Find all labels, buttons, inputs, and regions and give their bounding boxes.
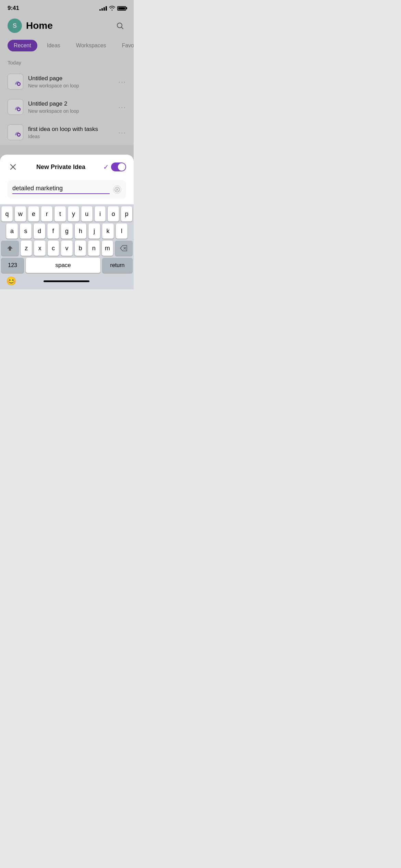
backspace-icon	[120, 245, 127, 251]
list-item[interactable]: Untitled page 2 New workspace on loop ··…	[0, 94, 134, 120]
item-icon-2	[8, 99, 23, 115]
tab-ideas[interactable]: Ideas	[41, 40, 66, 51]
key-e[interactable]: e	[28, 206, 39, 221]
keyboard: q w e r t y u i o p a s d f g h j k l	[0, 204, 134, 289]
list-item[interactable]: Untitled page New workspace on loop ···	[0, 69, 134, 94]
list-item[interactable]: first idea on loop with tasks Ideas ···	[0, 120, 134, 145]
key-t[interactable]: t	[54, 206, 66, 221]
keyboard-row-2: a s d f g h j k l	[0, 221, 134, 239]
key-g[interactable]: g	[61, 224, 73, 239]
key-num[interactable]: 123	[1, 258, 24, 273]
modal-close-button[interactable]	[8, 161, 19, 172]
key-m[interactable]: m	[102, 241, 113, 256]
avatar[interactable]: S	[8, 19, 22, 33]
key-x[interactable]: x	[34, 241, 45, 256]
tabs-bar: Recent Ideas Workspaces Favourites	[0, 37, 134, 56]
key-s[interactable]: s	[20, 224, 32, 239]
signal-icon	[99, 6, 107, 11]
key-return[interactable]: return	[102, 258, 132, 273]
key-i[interactable]: i	[95, 206, 106, 221]
tab-workspaces[interactable]: Workspaces	[70, 40, 112, 51]
key-n[interactable]: n	[88, 241, 99, 256]
wifi-icon	[109, 6, 115, 11]
item-subtitle-3: Ideas	[28, 134, 113, 139]
checkmark-icon: ✓	[103, 163, 109, 171]
item-icon-1	[8, 74, 23, 89]
loop-logo-icon	[14, 80, 22, 88]
key-o[interactable]: o	[108, 206, 119, 221]
key-a[interactable]: a	[6, 224, 18, 239]
status-icons	[99, 6, 126, 11]
keyboard-row-bottom: 123 space return	[0, 256, 134, 274]
close-icon	[10, 164, 16, 170]
key-f[interactable]: f	[47, 224, 59, 239]
clear-icon	[114, 187, 120, 192]
key-v[interactable]: v	[61, 241, 72, 256]
page-title: Home	[26, 20, 53, 31]
keyboard-emoji-row: 😊	[0, 274, 134, 289]
key-z[interactable]: z	[21, 241, 32, 256]
toggle-knob	[118, 163, 125, 171]
search-button[interactable]	[114, 20, 126, 32]
key-q[interactable]: q	[1, 206, 13, 221]
search-icon	[116, 22, 124, 30]
loop-logo-icon	[14, 131, 22, 138]
battery-icon	[117, 6, 126, 11]
tab-recent[interactable]: Recent	[8, 40, 37, 51]
header: S Home	[0, 14, 134, 37]
idea-name-input[interactable]	[12, 185, 110, 194]
key-l[interactable]: l	[116, 224, 127, 239]
section-today: Today	[0, 58, 134, 69]
modal-title: New Private Idea	[36, 164, 85, 171]
key-w[interactable]: w	[15, 206, 26, 221]
item-more-3[interactable]: ···	[118, 129, 126, 136]
home-indicator	[44, 280, 89, 282]
key-b[interactable]: b	[75, 241, 86, 256]
status-time: 9:41	[8, 5, 19, 12]
key-r[interactable]: r	[41, 206, 52, 221]
key-c[interactable]: c	[48, 241, 59, 256]
list-area: Today Untitled page New workspace on loo…	[0, 56, 134, 145]
key-shift[interactable]	[1, 241, 19, 256]
key-d[interactable]: d	[34, 224, 45, 239]
key-p[interactable]: p	[121, 206, 132, 221]
item-subtitle-2: New workspace on loop	[28, 108, 113, 114]
item-more-2[interactable]: ···	[118, 103, 126, 111]
svg-line-1	[122, 27, 123, 29]
shift-icon	[7, 245, 13, 252]
app-area: S Home Recent Ideas Workspaces Favourite…	[0, 14, 134, 145]
status-bar: 9:41	[0, 0, 134, 14]
input-area	[8, 180, 126, 199]
key-k[interactable]: k	[102, 224, 114, 239]
modal-toggle-area[interactable]: ✓	[103, 162, 126, 171]
key-j[interactable]: j	[88, 224, 100, 239]
key-y[interactable]: y	[68, 206, 79, 221]
emoji-button[interactable]: 😊	[6, 276, 16, 286]
modal-header: New Private Idea ✓	[0, 155, 134, 177]
key-space[interactable]: space	[26, 258, 100, 273]
toggle-switch[interactable]	[111, 162, 126, 171]
key-backspace[interactable]	[115, 241, 132, 256]
loop-logo-icon	[14, 106, 22, 113]
keyboard-row-3: z x c v b n m	[0, 239, 134, 256]
key-u[interactable]: u	[81, 206, 93, 221]
keyboard-row-1: q w e r t y u i o p	[0, 204, 134, 221]
item-icon-3	[8, 124, 23, 140]
tab-favourites[interactable]: Favourites	[116, 40, 134, 51]
item-title-3: first idea on loop with tasks	[28, 126, 113, 133]
key-h[interactable]: h	[75, 224, 86, 239]
item-title-1: Untitled page	[28, 75, 113, 82]
clear-input-button[interactable]	[113, 185, 121, 194]
item-subtitle-1: New workspace on loop	[28, 83, 113, 88]
item-title-2: Untitled page 2	[28, 100, 113, 107]
item-more-1[interactable]: ···	[118, 78, 126, 86]
modal-sheet: New Private Idea ✓ q w e r t y u	[0, 155, 134, 289]
